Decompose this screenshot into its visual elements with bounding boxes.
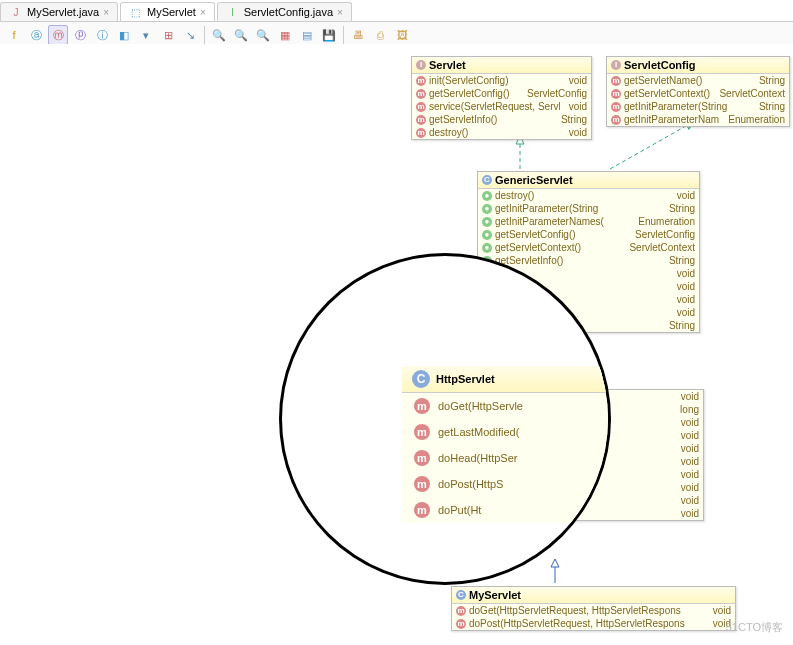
- method-icon: m: [611, 115, 621, 125]
- funnel-icon[interactable]: ▾: [136, 25, 156, 45]
- method-row: mgetServletConfig()ServletConfig: [412, 87, 591, 100]
- zoom-out-icon[interactable]: 🔍: [253, 25, 273, 45]
- method-icon: m: [611, 102, 621, 112]
- filter-properties-icon[interactable]: ⓟ: [70, 25, 90, 45]
- method-row: ●getInitParameter(StringString: [478, 202, 699, 215]
- export-icon[interactable]: ⎙: [370, 25, 390, 45]
- method-icon: m: [414, 424, 430, 440]
- tab-label: MyServlet.java: [27, 6, 99, 18]
- method-row: mgetServletInfo()String: [412, 113, 591, 126]
- method-row: mgetServletContext()ServletContext: [607, 87, 789, 100]
- method-icon: m: [416, 76, 426, 86]
- method-icon: ●: [482, 217, 492, 227]
- method-row: mgetServletName()String: [607, 74, 789, 87]
- tab-label: ServletConfig.java: [244, 6, 333, 18]
- close-icon[interactable]: ×: [200, 7, 206, 18]
- interface-icon: I: [416, 60, 426, 70]
- tab-servletconfig-java[interactable]: I ServletConfig.java ×: [217, 2, 352, 21]
- diagram-canvas[interactable]: IServlet minit(ServletConfig)void mgetSe…: [0, 44, 793, 645]
- class-header: CGenericServlet: [478, 172, 699, 189]
- tab-label: MyServlet: [147, 6, 196, 18]
- tab-myservlet-diagram[interactable]: ⬚ MyServlet ×: [120, 2, 215, 21]
- zoom-method-row: mdoHead(HttpSer: [402, 445, 610, 471]
- layout-icon[interactable]: ▦: [275, 25, 295, 45]
- class-myservlet[interactable]: CMyServlet mdoGet(HttpServletRequest, Ht…: [451, 586, 736, 631]
- class-title: Servlet: [429, 59, 466, 71]
- close-icon[interactable]: ×: [103, 7, 109, 18]
- method-row: ●getInitParameterNames(Enumeration: [478, 215, 699, 228]
- method-icon: m: [414, 502, 430, 518]
- class-title: GenericServlet: [495, 174, 573, 186]
- zoom-title: HttpServlet: [436, 373, 495, 385]
- direction-icon[interactable]: ↘: [180, 25, 200, 45]
- zoom-method-row: mdoPost(HttpS: [402, 471, 610, 497]
- zoom-in-icon[interactable]: 🔍: [209, 25, 229, 45]
- class-title: ServletConfig: [624, 59, 696, 71]
- class-title: MyServlet: [469, 589, 521, 601]
- method-icon: m: [414, 476, 430, 492]
- method-icon: m: [611, 89, 621, 99]
- separator: [204, 26, 205, 44]
- method-row: ●getServletInfo()String: [478, 254, 699, 267]
- save-icon[interactable]: 💾: [319, 25, 339, 45]
- method-row: mdestroy()void: [412, 126, 591, 139]
- class-header: IServletConfig: [607, 57, 789, 74]
- filter-methods-icon[interactable]: ⓜ: [48, 25, 68, 45]
- method-icon: ●: [482, 204, 492, 214]
- class-header: CMyServlet: [452, 587, 735, 604]
- method-row: mgetInitParameter(StringString: [607, 100, 789, 113]
- method-icon: m: [416, 102, 426, 112]
- method-icon: m: [611, 76, 621, 86]
- method-icon: m: [416, 115, 426, 125]
- method-icon: m: [414, 450, 430, 466]
- filter-abstract-icon[interactable]: ⓐ: [26, 25, 46, 45]
- filter-inner-icon[interactable]: ⓘ: [92, 25, 112, 45]
- interface-icon: I: [611, 60, 621, 70]
- method-icon: ●: [482, 191, 492, 201]
- method-row: mservice(ServletRequest, ServletResponsv…: [412, 100, 591, 113]
- align-icon[interactable]: ▤: [297, 25, 317, 45]
- method-icon: ●: [482, 230, 492, 240]
- magnifier-lens: CHttpServlet mdoGet(HttpServle mgetLastM…: [280, 254, 610, 584]
- class-icon: C: [412, 370, 430, 388]
- method-row: ●getServletConfig()ServletConfig: [478, 228, 699, 241]
- zoom-method-row: mdoGet(HttpServle: [402, 393, 610, 419]
- zoom-class-header: CHttpServlet: [402, 366, 610, 393]
- method-icon: m: [456, 619, 466, 629]
- filter-fields-icon[interactable]: f: [4, 25, 24, 45]
- method-icon: m: [416, 89, 426, 99]
- class-servlet[interactable]: IServlet minit(ServletConfig)void mgetSe…: [411, 56, 592, 140]
- method-row: mdoGet(HttpServletRequest, HttpServletRe…: [452, 604, 735, 617]
- method-row: mdoPost(HttpServletRequest, HttpServletR…: [452, 617, 735, 630]
- close-icon[interactable]: ×: [337, 7, 343, 18]
- svg-line-1: [610, 122, 693, 169]
- class-icon: C: [456, 590, 466, 600]
- method-row: ●destroy()void: [478, 189, 699, 202]
- method-row: ●getServletContext()ServletContext: [478, 241, 699, 254]
- tree-icon[interactable]: ⊞: [158, 25, 178, 45]
- print-icon[interactable]: 🖶: [348, 25, 368, 45]
- method-row: minit(ServletConfig)void: [412, 74, 591, 87]
- zoom-reset-icon[interactable]: 🔍: [231, 25, 251, 45]
- method-icon: ●: [482, 243, 492, 253]
- filter-deps-icon[interactable]: ◧: [114, 25, 134, 45]
- image-icon[interactable]: 🖼: [392, 25, 412, 45]
- method-icon: m: [416, 128, 426, 138]
- separator: [343, 26, 344, 44]
- tab-myservlet-java[interactable]: J MyServlet.java ×: [0, 2, 118, 21]
- tab-bar: J MyServlet.java × ⬚ MyServlet × I Servl…: [0, 0, 793, 22]
- method-icon: m: [414, 398, 430, 414]
- method-icon: m: [456, 606, 466, 616]
- class-icon: C: [482, 175, 492, 185]
- method-row: mgetInitParameterNames(Enumeration: [607, 113, 789, 126]
- java-file-icon: J: [9, 5, 23, 19]
- class-header: IServlet: [412, 57, 591, 74]
- zoom-method-row: mgetLastModified(: [402, 419, 610, 445]
- interface-file-icon: I: [226, 5, 240, 19]
- diagram-icon: ⬚: [129, 5, 143, 19]
- watermark: 51CTO博客: [726, 620, 783, 635]
- class-servletconfig[interactable]: IServletConfig mgetServletName()String m…: [606, 56, 790, 127]
